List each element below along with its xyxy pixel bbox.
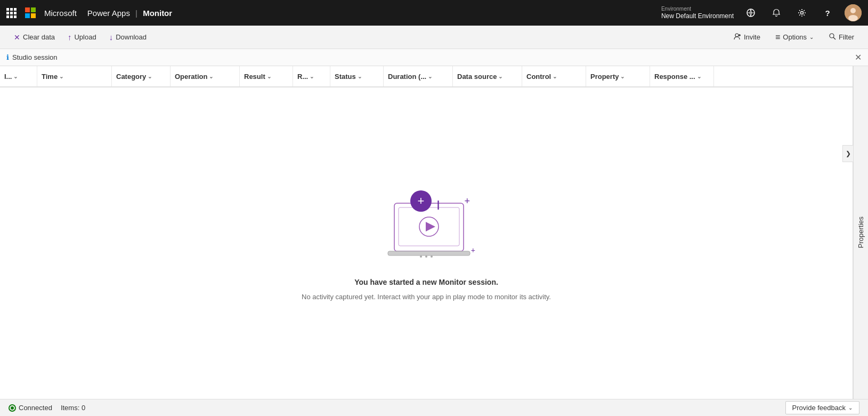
main-area: I... ⌄ Time ⌄ Category ⌄ Operation ⌄ Res…	[0, 66, 868, 399]
session-bar: ℹ Studio session ✕	[0, 49, 868, 66]
properties-panel[interactable]: Properties	[853, 66, 868, 399]
col-header-time[interactable]: Time ⌄	[37, 66, 112, 86]
decorative-plus-1: +	[464, 196, 470, 207]
data-section: I... ⌄ Time ⌄ Category ⌄ Operation ⌄ Res…	[0, 66, 853, 399]
nav-microsoft-label: Microsoft	[44, 9, 77, 18]
language-icon[interactable]	[742, 4, 759, 21]
empty-illustration: + + + |	[368, 186, 485, 271]
col-header-r[interactable]: R... ⌄	[293, 66, 330, 86]
empty-state-subtitle: No activity captured yet. Interact with …	[302, 293, 551, 301]
svg-point-6	[830, 34, 834, 38]
col-r-label: R...	[297, 73, 308, 81]
upload-icon: ↑	[68, 33, 72, 42]
svg-point-14	[425, 255, 427, 258]
options-label: Options	[783, 33, 807, 41]
col-header-property[interactable]: Property ⌄	[586, 66, 650, 86]
connection-status: Connected	[9, 404, 52, 412]
status-bar: Connected Items: 0 Provide feedback ⌄	[0, 399, 868, 416]
col-result-sort-icon: ⌄	[267, 74, 271, 79]
filter-button[interactable]: Filter	[823, 30, 859, 44]
feedback-chevron-icon: ⌄	[848, 405, 853, 411]
col-result-label: Result	[244, 73, 265, 81]
plus-circle-icon: +	[410, 190, 432, 212]
col-control-sort-icon: ⌄	[553, 74, 557, 79]
feedback-label: Provide feedback	[792, 404, 846, 412]
svg-rect-12	[388, 251, 470, 255]
col-header-duration[interactable]: Duration (... ⌄	[384, 66, 453, 86]
col-datasource-sort-icon: ⌄	[498, 74, 502, 79]
col-status-label: Status	[335, 73, 356, 81]
avatar[interactable]	[845, 4, 862, 21]
col-status-sort-icon: ⌄	[358, 74, 362, 79]
nav-monitor-label: Monitor	[143, 9, 172, 18]
options-button[interactable]: ≡ Options ⌄	[770, 30, 819, 45]
properties-toggle-button[interactable]: ❯	[842, 145, 853, 162]
svg-point-3	[850, 8, 856, 13]
empty-state: + + + | You have started a new Monitor s…	[0, 87, 853, 399]
col-id-sort-icon: ⌄	[13, 74, 18, 79]
invite-label: Invite	[744, 33, 760, 41]
clear-data-button[interactable]: ✕ Clear data	[9, 30, 60, 44]
col-time-label: Time	[42, 73, 58, 81]
decorative-plus-2: +	[471, 246, 475, 254]
nav-right-section: Environment New Default Environment ?	[661, 4, 862, 21]
chevron-right-icon: ❯	[846, 150, 851, 157]
upload-label: Upload	[74, 33, 96, 41]
col-id-label: I...	[4, 73, 12, 81]
options-chevron-icon: ⌄	[809, 34, 814, 40]
col-header-id[interactable]: I... ⌄	[0, 66, 37, 86]
col-r-sort-icon: ⌄	[310, 74, 314, 79]
col-header-status[interactable]: Status ⌄	[330, 66, 384, 86]
connected-indicator	[9, 404, 16, 412]
clear-data-label: Clear data	[23, 33, 55, 41]
items-count: Items: 0	[61, 404, 85, 412]
connected-label: Connected	[19, 404, 52, 412]
col-response-sort-icon: ⌄	[697, 74, 701, 79]
col-header-operation[interactable]: Operation ⌄	[171, 66, 240, 86]
col-header-category[interactable]: Category ⌄	[112, 66, 171, 86]
col-operation-label: Operation	[175, 73, 207, 81]
notifications-icon[interactable]	[768, 4, 785, 21]
toolbar-right: Invite ≡ Options ⌄ Filter	[728, 30, 859, 45]
nav-powerapps-label: Power Apps	[87, 9, 130, 18]
col-header-datasource[interactable]: Data source ⌄	[453, 66, 522, 86]
session-info-icon: ℹ	[6, 53, 9, 61]
svg-point-5	[735, 34, 739, 37]
download-button[interactable]: ↓ Download	[104, 30, 152, 44]
options-icon: ≡	[775, 33, 780, 42]
nav-brand: Power Apps | Monitor	[87, 9, 172, 18]
svg-point-15	[431, 255, 433, 258]
properties-panel-label: Properties	[857, 217, 865, 248]
empty-state-title: You have started a new Monitor session.	[354, 278, 498, 286]
col-category-label: Category	[116, 73, 146, 81]
waffle-icon[interactable]	[6, 8, 17, 18]
help-icon[interactable]: ?	[819, 4, 836, 21]
invite-button[interactable]: Invite	[728, 30, 766, 44]
col-duration-sort-icon: ⌄	[428, 74, 432, 79]
col-category-sort-icon: ⌄	[148, 74, 152, 79]
col-operation-sort-icon: ⌄	[209, 74, 213, 79]
svg-point-13	[420, 255, 422, 258]
microsoft-logo	[25, 7, 36, 18]
col-header-result[interactable]: Result ⌄	[240, 66, 293, 86]
col-header-control[interactable]: Control ⌄	[522, 66, 586, 86]
download-icon: ↓	[109, 33, 113, 42]
session-label: Studio session	[12, 53, 58, 61]
nav-separator: |	[135, 9, 137, 18]
provide-feedback-button[interactable]: Provide feedback ⌄	[785, 401, 859, 414]
top-nav-bar: Microsoft Power Apps | Monitor Environme…	[0, 0, 868, 26]
svg-point-4	[848, 15, 858, 21]
col-control-label: Control	[526, 73, 551, 81]
session-close-button[interactable]: ✕	[855, 53, 862, 62]
col-duration-label: Duration (...	[388, 73, 426, 81]
svg-line-7	[833, 37, 835, 39]
upload-button[interactable]: ↑ Upload	[62, 30, 102, 44]
environment-label: Environment	[661, 6, 734, 12]
col-time-sort-icon: ⌄	[59, 74, 63, 79]
settings-icon[interactable]	[793, 4, 810, 21]
col-property-sort-icon: ⌄	[620, 74, 624, 79]
clear-data-icon: ✕	[14, 33, 20, 42]
filter-icon	[829, 33, 836, 42]
col-header-response[interactable]: Response ... ⌄	[650, 66, 714, 86]
col-property-label: Property	[590, 73, 619, 81]
